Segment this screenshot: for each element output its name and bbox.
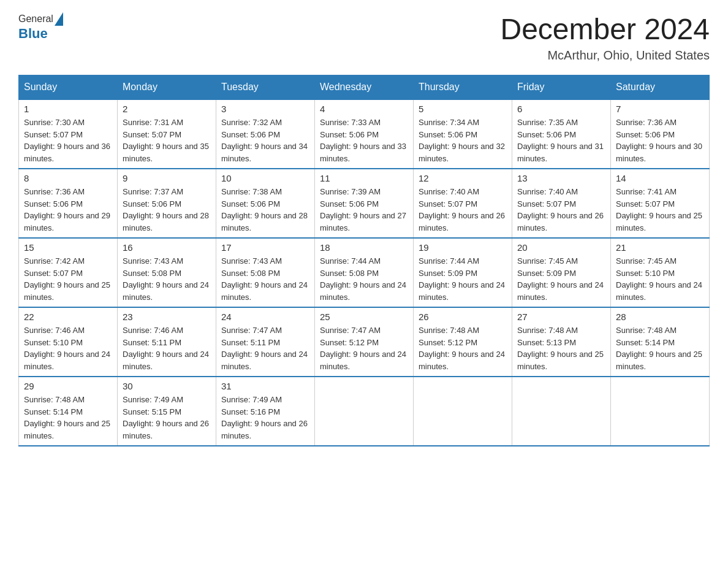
calendar-cell: 19 Sunrise: 7:44 AM Sunset: 5:09 PM Dayl… <box>414 238 512 307</box>
calendar-cell: 16 Sunrise: 7:43 AM Sunset: 5:08 PM Dayl… <box>118 238 216 307</box>
day-number: 3 <box>221 104 309 114</box>
calendar-cell: 12 Sunrise: 7:40 AM Sunset: 5:07 PM Dayl… <box>414 169 512 238</box>
day-info: Sunrise: 7:32 AM Sunset: 5:06 PM Dayligh… <box>221 117 309 164</box>
calendar-cell: 11 Sunrise: 7:39 AM Sunset: 5:06 PM Dayl… <box>315 169 414 238</box>
day-info: Sunrise: 7:44 AM Sunset: 5:09 PM Dayligh… <box>419 255 507 303</box>
calendar-cell: 26 Sunrise: 7:48 AM Sunset: 5:12 PM Dayl… <box>414 307 512 377</box>
page-header: General Blue December 2024 McArthur, Ohi… <box>18 12 710 63</box>
calendar-week-row: 22 Sunrise: 7:46 AM Sunset: 5:10 PM Dayl… <box>19 307 710 377</box>
calendar-table: SundayMondayTuesdayWednesdayThursdayFrid… <box>18 75 710 446</box>
day-number: 8 <box>24 173 112 183</box>
day-info: Sunrise: 7:48 AM Sunset: 5:14 PM Dayligh… <box>24 394 112 442</box>
calendar-header-sunday: Sunday <box>19 75 118 100</box>
calendar-cell: 18 Sunrise: 7:44 AM Sunset: 5:08 PM Dayl… <box>315 238 414 307</box>
calendar-week-row: 8 Sunrise: 7:36 AM Sunset: 5:06 PM Dayli… <box>19 169 710 238</box>
day-info: Sunrise: 7:46 AM Sunset: 5:10 PM Dayligh… <box>24 324 112 372</box>
day-number: 11 <box>320 173 408 183</box>
calendar-cell: 7 Sunrise: 7:36 AM Sunset: 5:06 PM Dayli… <box>611 99 710 169</box>
calendar-header-friday: Friday <box>512 75 611 100</box>
day-info: Sunrise: 7:46 AM Sunset: 5:11 PM Dayligh… <box>123 324 211 372</box>
day-number: 4 <box>320 104 408 114</box>
calendar-cell <box>512 377 611 446</box>
day-number: 19 <box>419 242 507 253</box>
calendar-cell: 1 Sunrise: 7:30 AM Sunset: 5:07 PM Dayli… <box>19 99 118 169</box>
calendar-cell: 4 Sunrise: 7:33 AM Sunset: 5:06 PM Dayli… <box>315 99 414 169</box>
title-section: December 2024 McArthur, Ohio, United Sta… <box>500 12 710 63</box>
day-number: 29 <box>24 381 112 391</box>
day-info: Sunrise: 7:43 AM Sunset: 5:08 PM Dayligh… <box>221 255 309 303</box>
calendar-cell: 3 Sunrise: 7:32 AM Sunset: 5:06 PM Dayli… <box>216 99 315 169</box>
calendar-cell: 22 Sunrise: 7:46 AM Sunset: 5:10 PM Dayl… <box>19 307 118 377</box>
day-info: Sunrise: 7:39 AM Sunset: 5:06 PM Dayligh… <box>320 186 408 234</box>
calendar-cell: 6 Sunrise: 7:35 AM Sunset: 5:06 PM Dayli… <box>512 99 611 169</box>
day-number: 25 <box>320 312 408 322</box>
day-info: Sunrise: 7:45 AM Sunset: 5:09 PM Dayligh… <box>517 255 605 303</box>
day-number: 28 <box>616 312 704 322</box>
calendar-cell: 27 Sunrise: 7:48 AM Sunset: 5:13 PM Dayl… <box>512 307 611 377</box>
calendar-cell: 10 Sunrise: 7:38 AM Sunset: 5:06 PM Dayl… <box>216 169 315 238</box>
calendar-cell: 21 Sunrise: 7:45 AM Sunset: 5:10 PM Dayl… <box>611 238 710 307</box>
day-info: Sunrise: 7:35 AM Sunset: 5:06 PM Dayligh… <box>517 117 605 164</box>
day-info: Sunrise: 7:48 AM Sunset: 5:14 PM Dayligh… <box>616 324 704 372</box>
logo-general-text: General <box>18 13 53 25</box>
day-number: 5 <box>419 104 507 114</box>
calendar-cell <box>414 377 512 446</box>
calendar-week-row: 1 Sunrise: 7:30 AM Sunset: 5:07 PM Dayli… <box>19 99 710 169</box>
calendar-week-row: 15 Sunrise: 7:42 AM Sunset: 5:07 PM Dayl… <box>19 238 710 307</box>
calendar-header-wednesday: Wednesday <box>315 75 414 100</box>
calendar-header-row: SundayMondayTuesdayWednesdayThursdayFrid… <box>19 75 710 100</box>
calendar-header-monday: Monday <box>118 75 216 100</box>
day-info: Sunrise: 7:36 AM Sunset: 5:06 PM Dayligh… <box>24 186 112 234</box>
calendar-cell: 9 Sunrise: 7:37 AM Sunset: 5:06 PM Dayli… <box>118 169 216 238</box>
logo-blue-text: Blue <box>18 26 48 41</box>
day-number: 15 <box>24 242 112 253</box>
calendar-cell: 30 Sunrise: 7:49 AM Sunset: 5:15 PM Dayl… <box>118 377 216 446</box>
day-number: 10 <box>221 173 309 183</box>
logo-triangle-icon <box>55 12 63 26</box>
calendar-cell: 2 Sunrise: 7:31 AM Sunset: 5:07 PM Dayli… <box>118 99 216 169</box>
day-info: Sunrise: 7:36 AM Sunset: 5:06 PM Dayligh… <box>616 117 704 164</box>
day-number: 30 <box>123 381 211 391</box>
calendar-cell <box>611 377 710 446</box>
calendar-cell: 24 Sunrise: 7:47 AM Sunset: 5:11 PM Dayl… <box>216 307 315 377</box>
logo: General Blue <box>18 12 64 42</box>
calendar-cell <box>315 377 414 446</box>
day-number: 23 <box>123 312 211 322</box>
calendar-cell: 29 Sunrise: 7:48 AM Sunset: 5:14 PM Dayl… <box>19 377 118 446</box>
calendar-header-thursday: Thursday <box>414 75 512 100</box>
calendar-cell: 5 Sunrise: 7:34 AM Sunset: 5:06 PM Dayli… <box>414 99 512 169</box>
day-info: Sunrise: 7:33 AM Sunset: 5:06 PM Dayligh… <box>320 117 408 164</box>
calendar-cell: 8 Sunrise: 7:36 AM Sunset: 5:06 PM Dayli… <box>19 169 118 238</box>
calendar-cell: 15 Sunrise: 7:42 AM Sunset: 5:07 PM Dayl… <box>19 238 118 307</box>
day-info: Sunrise: 7:41 AM Sunset: 5:07 PM Dayligh… <box>616 186 704 234</box>
day-info: Sunrise: 7:49 AM Sunset: 5:16 PM Dayligh… <box>221 394 309 442</box>
day-info: Sunrise: 7:47 AM Sunset: 5:12 PM Dayligh… <box>320 324 408 372</box>
day-info: Sunrise: 7:44 AM Sunset: 5:08 PM Dayligh… <box>320 255 408 303</box>
calendar-header-saturday: Saturday <box>611 75 710 100</box>
day-number: 7 <box>616 104 704 114</box>
month-year-title: December 2024 <box>500 12 710 46</box>
day-number: 12 <box>419 173 507 183</box>
day-info: Sunrise: 7:37 AM Sunset: 5:06 PM Dayligh… <box>123 186 211 234</box>
day-info: Sunrise: 7:40 AM Sunset: 5:07 PM Dayligh… <box>419 186 507 234</box>
calendar-cell: 17 Sunrise: 7:43 AM Sunset: 5:08 PM Dayl… <box>216 238 315 307</box>
calendar-cell: 13 Sunrise: 7:40 AM Sunset: 5:07 PM Dayl… <box>512 169 611 238</box>
day-number: 16 <box>123 242 211 253</box>
day-info: Sunrise: 7:47 AM Sunset: 5:11 PM Dayligh… <box>221 324 309 372</box>
day-number: 22 <box>24 312 112 322</box>
day-number: 6 <box>517 104 605 114</box>
day-number: 20 <box>517 242 605 253</box>
day-number: 14 <box>616 173 704 183</box>
day-info: Sunrise: 7:30 AM Sunset: 5:07 PM Dayligh… <box>24 117 112 164</box>
day-info: Sunrise: 7:48 AM Sunset: 5:12 PM Dayligh… <box>419 324 507 372</box>
location-subtitle: McArthur, Ohio, United States <box>500 48 710 63</box>
day-number: 13 <box>517 173 605 183</box>
calendar-cell: 25 Sunrise: 7:47 AM Sunset: 5:12 PM Dayl… <box>315 307 414 377</box>
day-info: Sunrise: 7:48 AM Sunset: 5:13 PM Dayligh… <box>517 324 605 372</box>
day-number: 17 <box>221 242 309 253</box>
calendar-week-row: 29 Sunrise: 7:48 AM Sunset: 5:14 PM Dayl… <box>19 377 710 446</box>
day-info: Sunrise: 7:34 AM Sunset: 5:06 PM Dayligh… <box>419 117 507 164</box>
day-info: Sunrise: 7:49 AM Sunset: 5:15 PM Dayligh… <box>123 394 211 442</box>
day-info: Sunrise: 7:38 AM Sunset: 5:06 PM Dayligh… <box>221 186 309 234</box>
day-number: 21 <box>616 242 704 253</box>
